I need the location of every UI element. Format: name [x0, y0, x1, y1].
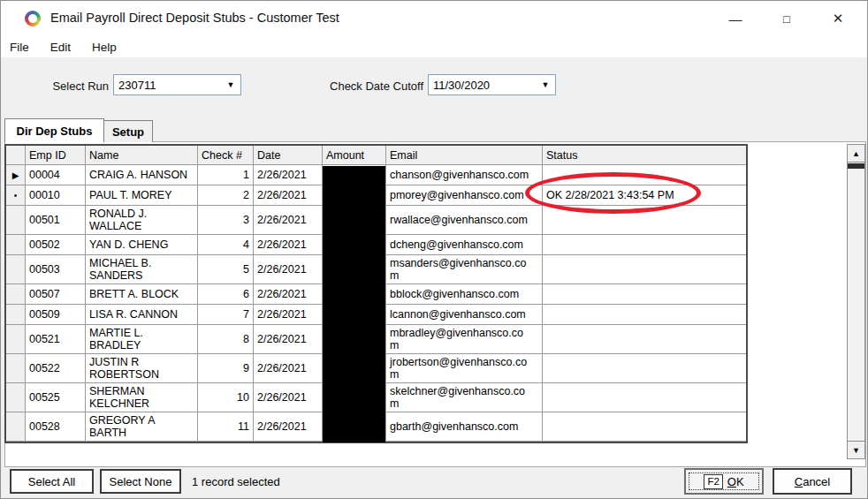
header-date[interactable]: Date	[254, 146, 323, 165]
name-cell: BRETT A. BLOCK	[86, 284, 198, 305]
header-emp-id[interactable]: Emp ID	[26, 146, 86, 165]
check-number-cell: 4	[198, 235, 254, 255]
emp-id-cell: 00501	[26, 206, 86, 235]
ok-button[interactable]: F2 OK	[684, 468, 764, 495]
row-selector-cell[interactable]: ▶	[6, 165, 26, 185]
select-none-button[interactable]: Select None	[100, 469, 181, 494]
date-cell: 2/26/2021	[254, 255, 323, 284]
ok-label: OK	[727, 475, 744, 488]
email-cell: skelchner@givenhansco.co m	[386, 383, 543, 412]
menu-edit[interactable]: Edit	[50, 41, 80, 54]
check-number-cell: 8	[198, 325, 254, 354]
status-cell	[543, 165, 746, 185]
name-cell: JUSTIN R ROBERTSON	[86, 354, 198, 383]
email-cell: gbarth@givenhansco.com	[386, 412, 543, 442]
name-cell: SHERMAN KELCHNER	[86, 383, 198, 412]
status-cell	[543, 412, 746, 442]
check-number-cell: 7	[198, 305, 254, 325]
header-check[interactable]: Check #	[198, 146, 254, 165]
date-cell: 2/26/2021	[254, 412, 323, 442]
chevron-down-icon: ▼	[221, 80, 240, 89]
row-selector-cell[interactable]	[6, 354, 26, 383]
row-selector-cell[interactable]	[6, 383, 26, 412]
check-number-cell: 5	[198, 255, 254, 284]
date-cell: 2/26/2021	[254, 206, 323, 235]
name-cell: LISA R. CANNON	[86, 305, 198, 325]
status-cell	[543, 354, 746, 383]
date-cell: 2/26/2021	[254, 185, 323, 206]
name-cell: PAUL T. MOREY	[86, 185, 198, 206]
email-cell: rwallace@givenhansco.com	[386, 206, 543, 235]
minimize-button[interactable]: —	[715, 1, 756, 36]
check-date-cutoff-label: Check Date Cutoff	[317, 79, 423, 93]
row-selector-cell[interactable]	[6, 325, 26, 354]
emp-id-cell: 00525	[26, 383, 86, 412]
date-cell: 2/26/2021	[254, 235, 323, 255]
amount-redaction	[323, 166, 385, 442]
check-number-cell: 1	[198, 165, 254, 185]
tab-setup[interactable]: Setup	[104, 120, 153, 142]
f2-shortcut-badge: F2	[704, 474, 722, 489]
email-cell: jrobertson@givenhansco.co m	[386, 354, 543, 383]
check-number-cell: 10	[198, 383, 254, 412]
close-icon: ✕	[833, 11, 844, 26]
app-window: Email Payroll Direct Deposit Stubs - Cus…	[0, 0, 868, 499]
cancel-button[interactable]: Cancel	[773, 468, 852, 495]
date-cell: 2/26/2021	[254, 165, 323, 185]
row-selector-cell[interactable]	[6, 305, 26, 325]
emp-id-cell: 00522	[26, 354, 86, 383]
header-email[interactable]: Email	[386, 146, 543, 165]
status-cell	[543, 383, 746, 412]
date-cell: 2/26/2021	[254, 305, 323, 325]
select-run-label: Select Run	[27, 79, 109, 93]
row-selector-cell[interactable]	[6, 412, 26, 442]
scroll-down-button[interactable]: ▼	[848, 441, 864, 458]
emp-id-cell: 00004	[26, 165, 86, 185]
name-cell: YAN D. CHENG	[86, 235, 198, 255]
check-date-cutoff-value: 11/30/2020	[429, 79, 536, 92]
email-cell: chanson@givenhansco.com	[386, 165, 543, 185]
emp-id-cell: 00010	[26, 185, 86, 206]
email-cell: pmorey@givenhansco.com	[386, 185, 543, 206]
emp-id-cell: 00521	[26, 325, 86, 354]
select-run-value: 230711	[114, 79, 221, 92]
scroll-up-icon: ▲	[852, 149, 860, 158]
date-cell: 2/26/2021	[254, 325, 323, 354]
header-name[interactable]: Name	[86, 146, 198, 165]
emp-id-cell: 00502	[26, 235, 86, 255]
scrollbar-thumb[interactable]	[848, 163, 864, 169]
status-cell	[543, 305, 746, 325]
close-button[interactable]: ✕	[818, 1, 858, 36]
row-selector-cell[interactable]	[6, 255, 26, 284]
check-number-cell: 2	[198, 185, 254, 206]
grid-header-row: Emp ID Name Check # Date Amount Email St…	[6, 146, 746, 165]
status-cell	[543, 284, 746, 305]
menu-bar: File Edit Help	[1, 36, 867, 57]
name-cell: MARTIE L. BRADLEY	[86, 325, 198, 354]
header-amount[interactable]: Amount	[323, 146, 386, 165]
select-all-button[interactable]: Select All	[10, 469, 94, 494]
email-cell: lcannon@givenhansco.com	[386, 305, 543, 325]
row-selector-cell[interactable]	[6, 206, 26, 235]
row-selector-cell[interactable]	[6, 284, 26, 305]
header-status[interactable]: Status	[543, 146, 746, 165]
maximize-icon: □	[783, 12, 790, 26]
check-date-cutoff-dropdown[interactable]: 11/30/2020 ▼	[428, 74, 556, 95]
vertical-scrollbar[interactable]: ▲ ▼	[847, 144, 865, 459]
app-icon	[25, 11, 41, 26]
tab-dir-dep-stubs[interactable]: Dir Dep Stubs	[4, 118, 104, 142]
row-selector-cell[interactable]: •	[6, 185, 26, 206]
menu-help[interactable]: Help	[92, 41, 126, 54]
status-cell	[543, 206, 746, 235]
menu-file[interactable]: File	[10, 41, 38, 54]
select-run-dropdown[interactable]: 230711 ▼	[113, 74, 241, 95]
scroll-up-button[interactable]: ▲	[848, 145, 864, 163]
header-selector-cell	[6, 146, 26, 165]
row-selector-cell[interactable]	[6, 235, 26, 255]
emp-id-cell: 00509	[26, 305, 86, 325]
emp-id-cell: 00503	[26, 255, 86, 284]
name-cell: GREGORY A BARTH	[86, 412, 198, 442]
emp-id-cell: 00528	[26, 412, 86, 442]
check-number-cell: 11	[198, 412, 254, 442]
maximize-button[interactable]: □	[766, 1, 807, 36]
